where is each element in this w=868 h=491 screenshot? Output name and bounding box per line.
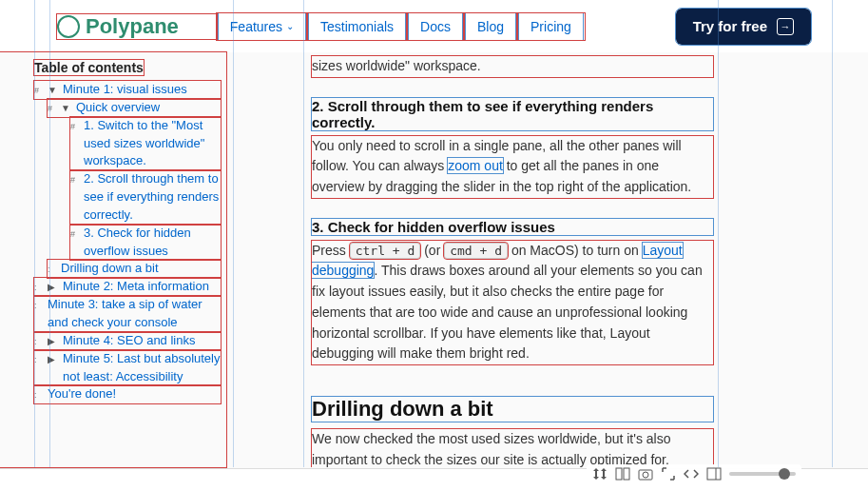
- toc-item-3[interactable]: 3. Check for hidden overflow issues: [84, 225, 221, 261]
- arrow-right-icon: →: [777, 18, 794, 35]
- toc-item-1[interactable]: 1. Switch to the "Most used sizes worldw…: [84, 117, 221, 171]
- partial-text: sizes worldwide" workspace.: [312, 56, 713, 77]
- hash-icon: #: [70, 225, 80, 241]
- colon-icon: :: [34, 296, 44, 312]
- colon-icon: :: [34, 278, 44, 294]
- polypane-logo-icon: [57, 15, 80, 38]
- section-3-body: Press ctrl + d (or cmd + d on MacOS) to …: [312, 241, 713, 364]
- viewport-toolbar: [587, 464, 801, 483]
- article-content: sizes worldwide" workspace. 2. Scroll th…: [304, 52, 718, 467]
- nav-blog[interactable]: Blog: [466, 13, 515, 40]
- svg-rect-1: [624, 468, 629, 480]
- zoom-out-link[interactable]: zoom out: [448, 158, 503, 173]
- toc-minute-4[interactable]: Minute 4: SEO and links: [63, 332, 195, 350]
- content-wrap: sizes worldwide" workspace. 2. Scroll th…: [226, 52, 868, 467]
- section-2-heading: 2. Scroll through them to see if everyth…: [312, 98, 713, 130]
- chevron-down-icon: ⌄: [286, 21, 294, 31]
- svg-rect-0: [616, 468, 622, 480]
- toc: #▼Minute 1: visual issues #▼Quick overvi…: [34, 81, 221, 403]
- nav-links: Features⌄ Testimonials Docs Blog Pricing: [217, 13, 585, 40]
- try-for-free-button[interactable]: Try for free →: [676, 9, 811, 45]
- toggle-icon[interactable]: ▼: [61, 99, 72, 116]
- hash-icon: #: [34, 81, 44, 97]
- logo[interactable]: Polypane: [57, 14, 217, 39]
- logo-text: Polypane: [86, 14, 179, 39]
- colon-icon: :: [34, 350, 44, 366]
- toc-quick-overview[interactable]: Quick overview: [76, 99, 160, 117]
- colon-icon: :: [34, 385, 44, 402]
- toc-drilling[interactable]: Drilling down a bit: [61, 260, 159, 278]
- toc-minute-2[interactable]: Minute 2: Meta information: [63, 278, 209, 296]
- top-navigation: Polypane Features⌄ Testimonials Docs Blo…: [0, 0, 868, 52]
- toc-minute-3[interactable]: Minute 3: take a sip of water and check …: [48, 296, 221, 332]
- layout-icon[interactable]: [615, 466, 630, 481]
- colon-icon: :: [34, 332, 44, 348]
- camera-icon[interactable]: [638, 466, 653, 481]
- kbd-ctrl-d: ctrl + d: [350, 243, 421, 259]
- section-2-body: You only need to scroll in a single pane…: [312, 136, 713, 198]
- expand-icon[interactable]: [661, 466, 676, 481]
- panels-icon[interactable]: [706, 466, 722, 481]
- nav-testimonials[interactable]: Testimonials: [309, 13, 405, 40]
- toggle-icon[interactable]: ▶: [48, 350, 59, 367]
- toc-title: Table of contents: [34, 60, 144, 75]
- nav-features[interactable]: Features⌄: [219, 13, 305, 40]
- drilling-body: We now checked the most used sizes world…: [312, 429, 713, 467]
- section-3-heading: 3. Check for hidden overflow issues: [312, 219, 713, 235]
- svg-point-3: [643, 472, 648, 478]
- slider-thumb[interactable]: [779, 468, 790, 480]
- svg-rect-4: [707, 468, 721, 480]
- toc-item-2[interactable]: 2. Scroll through them to see if everyth…: [84, 170, 221, 225]
- toggle-icon[interactable]: ▶: [48, 332, 59, 349]
- toc-done[interactable]: You're done!: [48, 385, 116, 403]
- toggle-icon[interactable]: ▼: [48, 81, 59, 98]
- sync-scroll-icon[interactable]: [592, 466, 608, 481]
- nav-docs[interactable]: Docs: [409, 13, 462, 40]
- toc-minute-5[interactable]: Minute 5: Last but absolutely not least:…: [63, 350, 221, 386]
- hash-icon: #: [48, 99, 57, 115]
- nav-pricing[interactable]: Pricing: [519, 13, 583, 40]
- hash-icon: #: [70, 117, 80, 133]
- code-icon[interactable]: [684, 466, 699, 481]
- toc-minute-1[interactable]: Minute 1: visual issues: [63, 81, 187, 99]
- colon-icon: :: [48, 260, 57, 276]
- sidebar: Table of contents #▼Minute 1: visual iss…: [0, 52, 226, 467]
- hash-icon: #: [70, 170, 80, 187]
- kbd-cmd-d: cmd + d: [444, 243, 508, 259]
- main-container: Table of contents #▼Minute 1: visual iss…: [0, 52, 868, 467]
- toggle-icon[interactable]: ▶: [48, 278, 59, 295]
- zoom-slider[interactable]: [729, 472, 796, 476]
- drilling-heading: Drilling down a bit: [312, 397, 713, 422]
